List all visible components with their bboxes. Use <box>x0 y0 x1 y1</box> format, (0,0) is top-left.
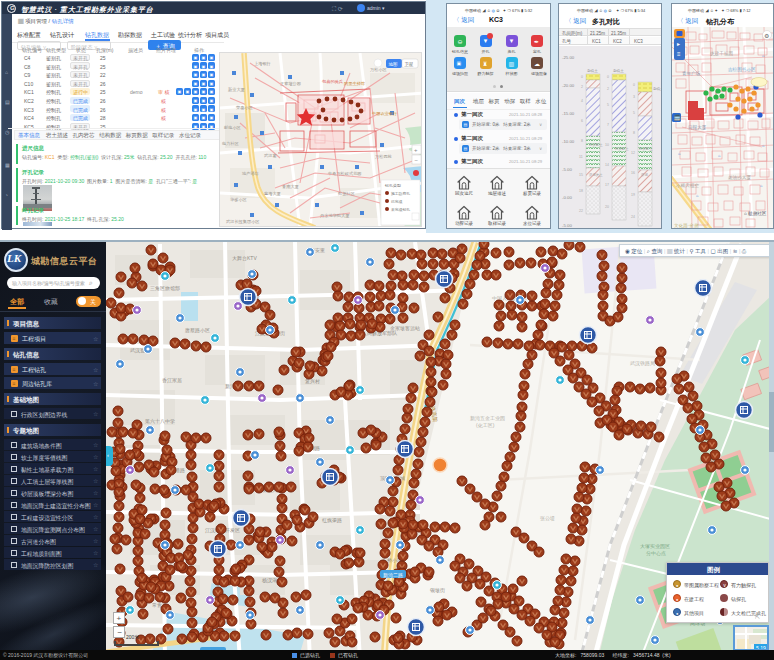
svg-text:钻孔类型: 钻孔类型 <box>384 183 401 188</box>
svg-text:卫星: 卫星 <box>404 61 415 67</box>
svg-text:16: 16 <box>631 171 635 175</box>
svg-text:-10.00: -10.00 <box>562 139 575 144</box>
svg-text:(化工区): (化工区) <box>476 422 495 429</box>
svg-text:粉质黏土: 粉质黏土 <box>589 142 603 147</box>
svg-text:2: 2 <box>581 85 583 89</box>
svg-text:邮电小区: 邮电小区 <box>224 125 242 130</box>
svg-text:2: 2 <box>607 87 609 91</box>
svg-text:22: 22 <box>579 209 583 213</box>
svg-text:0: 0 <box>581 75 583 79</box>
svg-text:⚙: ⚙ <box>764 33 769 39</box>
svg-text:7: 7 <box>607 123 609 127</box>
svg-text:20: 20 <box>605 205 609 209</box>
svg-text:🚍: 🚍 <box>674 114 682 122</box>
svg-text:4: 4 <box>581 99 583 103</box>
svg-text:淤泥: 淤泥 <box>641 172 648 177</box>
svg-text:杂填土: 杂填土 <box>653 87 662 91</box>
svg-text:中奇万松欧式花园: 中奇万松欧式花园 <box>328 171 362 176</box>
svg-text:-25.00: -25.00 <box>562 55 575 60</box>
svg-text:地图: 地图 <box>388 62 398 67</box>
svg-text:淤泥质土: 淤泥质土 <box>589 172 603 177</box>
svg-text:−: − <box>415 157 419 163</box>
svg-text:24: 24 <box>631 215 635 219</box>
svg-text:粉质黏土: 粉质黏土 <box>615 146 629 151</box>
svg-text:11: 11 <box>579 155 583 159</box>
svg-text:-15.00: -15.00 <box>562 111 575 116</box>
svg-text:14: 14 <box>605 163 609 167</box>
svg-text:第六十八中学: 第六十八中学 <box>145 418 175 424</box>
svg-text:-5.00: -5.00 <box>562 223 572 228</box>
svg-text:-5.00: -5.00 <box>562 167 572 172</box>
svg-text:施工勘察孔: 施工勘察孔 <box>391 191 410 196</box>
svg-text:文化路·金侧: 文化路·金侧 <box>674 223 699 229</box>
svg-text:武汉长投集团小区: 武汉长投集团小区 <box>226 219 260 224</box>
svg-text:0: 0 <box>607 75 609 79</box>
svg-text:已完成: 已完成 <box>391 199 403 204</box>
svg-text:包裹的骑兵: 包裹的骑兵 <box>322 79 344 84</box>
svg-text:≡: ≡ <box>677 51 681 57</box>
svg-text:+: + <box>414 147 418 153</box>
svg-text:8: 8 <box>633 131 635 135</box>
svg-text:5: 5 <box>607 103 609 107</box>
svg-text:银墩街: 银墩街 <box>430 587 445 594</box>
svg-text:8: 8 <box>581 139 583 143</box>
svg-text:3: 3 <box>633 95 635 99</box>
svg-text:大塚实业园区: 大塚实业园区 <box>640 543 670 550</box>
svg-text:17: 17 <box>605 183 609 187</box>
svg-text:6: 6 <box>581 119 583 123</box>
svg-text:18: 18 <box>579 189 583 193</box>
svg-text:日报大厦: 日报大厦 <box>688 124 707 131</box>
svg-text:张公堤: 张公堤 <box>540 515 555 522</box>
svg-text:武汉宴: 武汉宴 <box>130 347 145 354</box>
svg-text:新湾五金工业园: 新湾五金工业园 <box>470 415 505 422</box>
svg-text:-0.00: -0.00 <box>562 195 572 200</box>
svg-text:电力社区: 电力社区 <box>222 141 240 146</box>
svg-text:香江家居: 香江家居 <box>162 377 182 384</box>
svg-text:19: 19 <box>631 193 635 197</box>
svg-text:10: 10 <box>605 143 609 147</box>
svg-text:杂填土: 杂填土 <box>587 69 598 73</box>
svg-text:15: 15 <box>579 173 583 177</box>
svg-text:-20.00: -20.00 <box>562 83 575 88</box>
svg-text:12: 12 <box>631 151 635 155</box>
svg-text:分中心点: 分中心点 <box>646 550 666 556</box>
svg-text:杂填土: 杂填土 <box>613 69 624 73</box>
svg-text:金家墩客运站: 金家墩客运站 <box>390 325 420 332</box>
svg-text:武汉铁路局: 武汉铁路局 <box>630 360 655 367</box>
svg-text:5: 5 <box>633 111 635 115</box>
svg-text:三角区旅馆部: 三角区旅馆部 <box>150 285 180 292</box>
svg-text:地产酒店: 地产酒店 <box>241 171 259 176</box>
svg-text:老油沙大厦: 老油沙大厦 <box>728 174 751 181</box>
svg-text:▸: ▸ <box>677 41 680 47</box>
svg-text:大舞台KTV: 大舞台KTV <box>232 255 257 261</box>
svg-text:唐蔡路小区: 唐蔡路小区 <box>185 327 210 334</box>
svg-text:未完成钻孔: 未完成钻孔 <box>391 207 410 212</box>
svg-text:统建干福园: 统建干福园 <box>710 50 733 57</box>
svg-text:万松小区: 万松小区 <box>370 67 388 72</box>
svg-text:粉质黏土: 粉质黏土 <box>639 146 653 151</box>
svg-text:万松西苑: 万松西苑 <box>375 154 393 159</box>
svg-text:0: 0 <box>633 83 635 87</box>
svg-text:红旗渠路: 红旗渠路 <box>322 517 342 523</box>
svg-text:新湾二路: 新湾二路 <box>383 572 403 579</box>
